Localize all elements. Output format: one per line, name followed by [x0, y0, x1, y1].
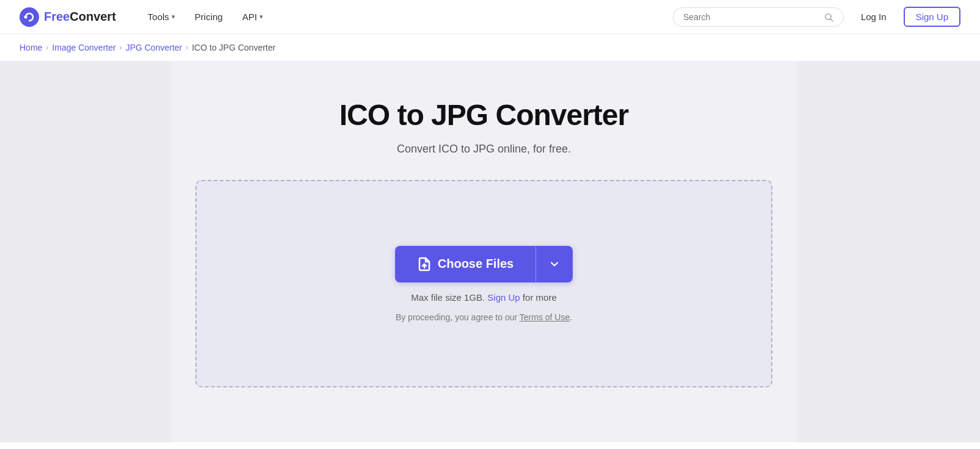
sidebar-right: [797, 62, 980, 442]
main-nav: Tools ▾ Pricing API ▾: [140, 7, 673, 27]
page-title: ICO to JPG Converter: [339, 98, 628, 132]
upload-info: Max file size 1GB. Sign Up for more: [411, 292, 556, 303]
terms-prefix: By proceeding, you agree to our: [396, 312, 520, 322]
api-chevron-icon: ▾: [260, 13, 263, 21]
logo[interactable]: FreeConvert: [20, 7, 116, 27]
upload-info-suffix: for more: [520, 292, 557, 303]
sidebar-left: [0, 62, 171, 442]
choose-files-button[interactable]: Choose Files: [395, 246, 536, 282]
search-input[interactable]: [683, 12, 819, 22]
terms-suffix: .: [570, 312, 572, 322]
breadcrumb-sep-2: ›: [120, 43, 122, 52]
login-button[interactable]: Log In: [854, 8, 894, 26]
header: FreeConvert Tools ▾ Pricing API ▾ Log In…: [0, 0, 980, 34]
search-icon: [824, 12, 833, 23]
svg-line-3: [830, 19, 833, 21]
page-wrapper: ICO to JPG Converter Convert ICO to JPG …: [0, 62, 980, 442]
svg-point-1: [24, 15, 27, 18]
breadcrumb: Home › Image Converter › JPG Converter ›…: [0, 34, 980, 62]
upload-file-icon: [417, 257, 432, 271]
header-right: Log In Sign Up: [673, 7, 960, 27]
nav-pricing[interactable]: Pricing: [187, 7, 230, 27]
upload-info-prefix: Max file size 1GB.: [411, 292, 485, 303]
chevron-down-icon: [548, 258, 561, 270]
upload-info-signup-link[interactable]: Sign Up: [487, 292, 520, 303]
breadcrumb-current: ICO to JPG Converter: [192, 43, 275, 52]
choose-files-button-group: Choose Files: [395, 246, 573, 282]
logo-convert: Convert: [70, 10, 116, 23]
upload-dropzone[interactable]: Choose Files Max file size 1GB. Sign Up …: [195, 180, 772, 387]
nav-tools[interactable]: Tools ▾: [140, 7, 183, 27]
search-bar[interactable]: [673, 7, 844, 27]
nav-api[interactable]: API ▾: [235, 7, 270, 27]
breadcrumb-sep-1: ›: [46, 43, 48, 52]
signup-button[interactable]: Sign Up: [904, 7, 960, 27]
breadcrumb-image-converter[interactable]: Image Converter: [52, 43, 115, 52]
breadcrumb-jpg-converter[interactable]: JPG Converter: [126, 43, 183, 52]
upload-terms: By proceeding, you agree to our Terms of…: [396, 312, 572, 322]
choose-files-dropdown-button[interactable]: [536, 246, 573, 282]
page-subtitle: Convert ICO to JPG online, for free.: [397, 143, 571, 156]
logo-free: Free: [44, 10, 70, 23]
tools-chevron-icon: ▾: [172, 13, 175, 21]
logo-icon: [20, 7, 39, 27]
breadcrumb-home[interactable]: Home: [20, 43, 42, 52]
breadcrumb-sep-3: ›: [186, 43, 188, 52]
main-content: ICO to JPG Converter Convert ICO to JPG …: [171, 62, 797, 442]
svg-point-0: [20, 7, 39, 27]
terms-of-use-link[interactable]: Terms of Use: [520, 312, 570, 322]
